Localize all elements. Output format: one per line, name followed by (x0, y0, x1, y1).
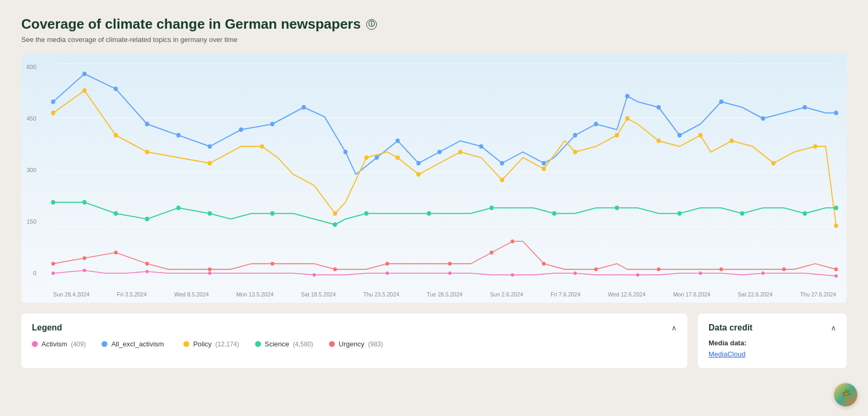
svg-point-88 (83, 269, 86, 272)
svg-point-90 (208, 271, 212, 275)
policy-count: (12,174) (215, 341, 239, 348)
svg-point-30 (834, 111, 838, 115)
svg-point-94 (511, 273, 514, 276)
svg-point-19 (479, 144, 483, 148)
subtitle: See the media coverage of climate-relate… (21, 36, 847, 44)
svg-point-13 (301, 105, 306, 109)
x-axis: Sun 28.4.2024 Fri 3.5.2024 Wed 8.5.2024 … (53, 291, 836, 298)
x-label-2: Fri 3.5.2024 (117, 291, 147, 298)
svg-point-87 (52, 271, 55, 275)
svg-point-40 (416, 172, 420, 176)
svg-point-33 (114, 133, 118, 137)
y-axis: 600 450 300 150 0 (27, 64, 39, 276)
svg-point-31 (51, 111, 55, 115)
svg-point-9 (176, 133, 181, 137)
svg-point-47 (656, 139, 661, 143)
svg-point-50 (771, 161, 776, 165)
y-label-300: 300 (27, 167, 39, 173)
legend-item-policy: Policy (12,174) (183, 340, 239, 348)
svg-point-91 (313, 273, 316, 276)
svg-point-81 (542, 262, 546, 266)
svg-point-6 (82, 72, 87, 76)
data-credit-panel: Data credit ∧ Media data: MediaCloud (698, 313, 847, 368)
svg-point-61 (364, 211, 368, 216)
data-credit-header: Data credit ∧ (709, 323, 836, 333)
svg-point-77 (385, 262, 389, 266)
svg-point-11 (239, 128, 243, 132)
svg-point-24 (625, 94, 629, 98)
svg-point-70 (52, 262, 55, 266)
svg-point-97 (699, 271, 702, 275)
all-excl-label: All_excl_activism (111, 340, 164, 348)
svg-point-98 (762, 271, 765, 275)
svg-point-14 (343, 150, 348, 154)
legend-item-urgency: Urgency (983) (329, 340, 383, 348)
svg-point-99 (835, 274, 838, 277)
svg-point-8 (145, 122, 149, 126)
svg-point-75 (271, 262, 274, 266)
legend-item-all-excl: All_excl_activism (102, 340, 167, 348)
svg-point-16 (395, 139, 400, 143)
svg-point-7 (114, 87, 118, 91)
svg-point-23 (594, 122, 598, 126)
svg-point-48 (698, 133, 703, 137)
svg-point-10 (208, 144, 212, 148)
svg-point-46 (625, 116, 629, 121)
legend-item-science: Science (4,580) (255, 340, 313, 348)
svg-point-25 (656, 105, 661, 109)
svg-point-80 (511, 240, 515, 243)
svg-point-5 (51, 99, 55, 104)
x-label-9: Fri 7.6.2024 (551, 291, 580, 298)
x-label-10: Wed 12.6.2024 (608, 291, 646, 298)
svg-point-35 (208, 161, 212, 165)
svg-point-60 (333, 223, 337, 227)
svg-point-63 (490, 206, 494, 210)
x-label-11: Mon 17.6.2024 (673, 291, 710, 298)
svg-point-66 (677, 211, 681, 216)
logo-badge[interactable]: 🌴 (834, 383, 857, 406)
policy-label: Policy (193, 340, 212, 348)
svg-point-79 (490, 251, 493, 254)
policy-dot (183, 341, 189, 347)
svg-point-67 (740, 211, 744, 216)
x-label-5: Sat 18.5.2024 (301, 291, 335, 298)
svg-point-55 (114, 211, 118, 216)
svg-point-21 (542, 161, 546, 165)
svg-point-54 (82, 200, 87, 205)
svg-point-42 (500, 177, 504, 182)
svg-point-58 (208, 211, 212, 216)
data-credit-title: Data credit (709, 323, 753, 333)
x-label-6: Thu 23.5.2024 (363, 291, 399, 298)
x-label-4: Mon 13.5.2024 (237, 291, 274, 298)
svg-point-74 (208, 267, 212, 271)
y-label-450: 450 (27, 115, 39, 122)
info-icon[interactable]: ⓘ (366, 19, 377, 30)
svg-point-43 (542, 166, 546, 171)
all-excl-dot (102, 341, 107, 347)
svg-point-51 (813, 144, 818, 148)
svg-point-39 (395, 155, 400, 159)
svg-point-52 (834, 224, 838, 228)
bottom-section: Legend ∧ Activism (409) All_excl_activis… (21, 313, 847, 368)
data-credit-collapse-button[interactable]: ∧ (831, 324, 836, 332)
svg-point-86 (835, 267, 838, 271)
svg-point-12 (271, 122, 275, 126)
y-label-0: 0 (33, 270, 39, 276)
urgency-dot (329, 341, 335, 347)
legend-collapse-button[interactable]: ∧ (671, 324, 677, 332)
svg-point-20 (500, 161, 504, 165)
svg-point-44 (573, 150, 577, 154)
mediacloud-link[interactable]: MediaCloud (709, 350, 745, 358)
activism-count: (409) (71, 341, 86, 348)
title-text: Coverage of climate change in German new… (21, 16, 361, 32)
x-label-12: Sat 22.6.2024 (738, 291, 772, 298)
svg-point-78 (448, 262, 452, 266)
svg-point-29 (803, 105, 807, 109)
svg-point-18 (437, 150, 442, 154)
legend-item-activism: Activism (409) (32, 340, 86, 348)
svg-point-95 (574, 271, 577, 275)
urgency-label: Urgency (339, 340, 364, 348)
svg-point-28 (761, 116, 765, 121)
media-label: Media data: (709, 339, 836, 347)
x-label-13: Thu 27.6.2024 (800, 291, 836, 298)
